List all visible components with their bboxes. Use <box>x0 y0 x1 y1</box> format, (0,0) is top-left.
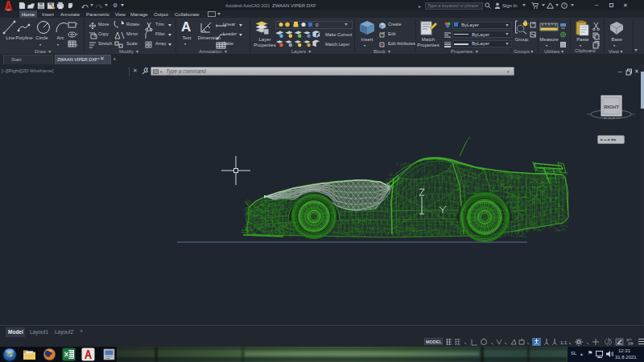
svg-text:?: ? <box>564 3 566 8</box>
svg-text:1:1: 1:1 <box>560 340 568 345</box>
svg-text:0: 0 <box>316 23 319 27</box>
